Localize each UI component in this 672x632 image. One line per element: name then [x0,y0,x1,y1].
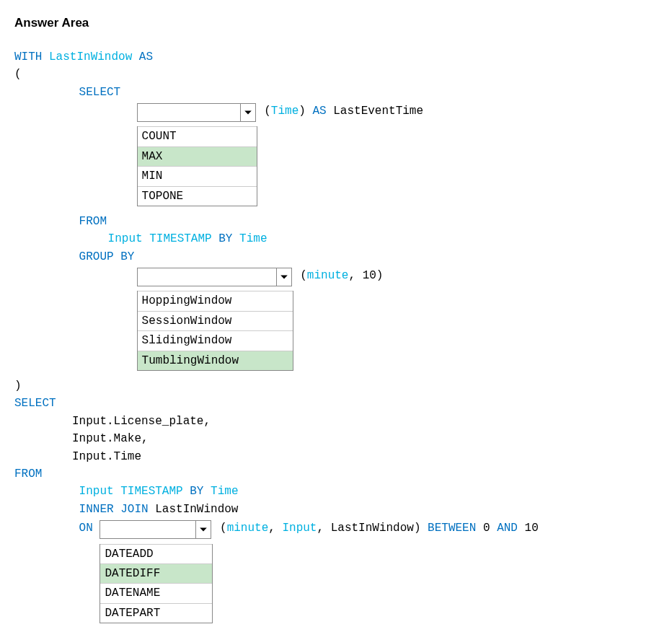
dropdown-option[interactable]: COUNT [138,126,257,146]
text: AND [497,522,518,535]
code-line: WITH LastInWindow AS [14,49,658,65]
code-line: ( [14,66,658,82]
text: Time [211,485,238,498]
text: Input.Make, [72,432,149,445]
code-line: FROM [14,214,658,229]
code-line: HoppingWindow SessionWindow SlidingWindo… [14,268,658,371]
code-line: INNER JOIN LastInWindow [14,501,658,517]
text: minute [307,269,349,282]
text: Time [239,232,267,245]
dropdown-option[interactable]: TOPONE [138,186,257,206]
code-line: SELECT [14,395,658,411]
text: BY [218,232,232,245]
dropdown-option[interactable]: MIN [138,166,257,185]
dropdown-2-value [138,268,276,286]
kw-select: SELECT [79,86,121,99]
dropdown-option[interactable]: TumblingWindow [138,351,293,370]
kw-as: AS [312,105,326,118]
text: ( [300,269,307,282]
code-line: GROUP BY [14,249,658,265]
chevron-down-icon [240,104,255,121]
code-line: Input.Make, [14,431,658,447]
text: Input.License_plate, [72,415,211,428]
dropdown-option[interactable]: DATEADD [100,544,212,563]
text: minute [227,522,269,535]
dropdown-1[interactable]: COUNT MAX MIN TOPONE [137,103,257,206]
text: 0 [476,522,497,535]
text: BETWEEN [428,522,476,535]
cte-name: LastInWindow [49,51,132,63]
text: ( [264,105,271,118]
text: LastEventTime [327,105,423,118]
code-line: Input TIMESTAMP BY Time [14,231,658,247]
dropdown-2-options: HoppingWindow SessionWindow SlidingWindo… [137,291,293,371]
dropdown-3-value [100,521,195,538]
code-line: ) [14,378,658,394]
chevron-down-icon [276,268,291,286]
dropdown-3[interactable]: DATEADD DATEDIFF DATENAME DATEPART [100,520,213,623]
dropdown-3-options: DATEADD DATEDIFF DATENAME DATEPART [100,544,213,624]
dropdown-option[interactable]: DATEDIFF [100,563,212,583]
dropdown-option[interactable]: SessionWindow [138,311,293,330]
kw-from: FROM [79,215,107,228]
text: LastInWindow [155,503,238,516]
text: , [268,522,282,535]
text: Time [271,105,299,118]
kw-groupby: GROUP BY [79,250,135,263]
kw-select: SELECT [14,397,56,410]
text: 10 [518,522,539,535]
code-line: FROM [14,466,658,482]
text: TIMESTAMP [120,485,182,498]
code-line: Input.License_plate, [14,413,658,429]
text: Input.Time [72,450,141,463]
kw-as: AS [139,51,153,63]
code-line: Input TIMESTAMP BY Time [14,483,658,499]
dropdown-option[interactable]: DATENAME [100,583,212,602]
dropdown-1-options: COUNT MAX MIN TOPONE [137,126,257,206]
text: Input [79,485,114,498]
text: INNER [79,503,114,516]
text: TIMESTAMP [149,232,211,245]
dropdown-1-value [138,104,240,121]
text: , 10) [348,269,383,282]
kw-from: FROM [14,468,42,480]
text: JOIN [120,503,148,516]
dropdown-option[interactable]: DATEPART [100,603,212,623]
kw-with: WITH [14,51,42,63]
code-line: COUNT MAX MIN TOPONE (Time) AS LastEvent… [14,103,658,206]
dropdown-option[interactable]: HoppingWindow [138,291,293,310]
code-line: SELECT [14,84,658,100]
text: BY [190,485,203,498]
text: ) [299,105,312,118]
code-line: ON DATEADD DATEDIFF DATENAME DATEPART (m… [14,520,658,623]
text: ( [220,522,227,535]
text: Input [282,522,317,535]
code-line: Input.Time [14,449,658,465]
chevron-down-icon [195,521,211,538]
page-title: Answer Area [14,14,658,32]
dropdown-2[interactable]: HoppingWindow SessionWindow SlidingWindo… [137,268,293,371]
kw-on: ON [79,520,93,536]
dropdown-option[interactable]: MAX [138,146,257,166]
text: , LastInWindow) [317,522,428,535]
text: Input [108,232,143,245]
dropdown-option[interactable]: SlidingWindow [138,330,293,350]
